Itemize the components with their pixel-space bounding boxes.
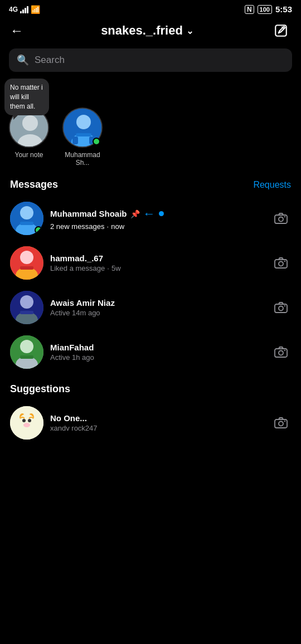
svg-point-15 [279, 217, 283, 222]
account-name: snakes._.fried [101, 23, 183, 38]
svg-point-16 [284, 216, 285, 217]
camera-button-fahad[interactable] [271, 342, 291, 362]
camera-icon-3 [274, 300, 288, 315]
edit-icon [274, 23, 288, 38]
svg-rect-34 [20, 355, 33, 359]
camera-button-awais[interactable] [271, 297, 291, 318]
msg-name-awais: Awais Amir Niaz [50, 298, 264, 308]
msg-name-fahad: MianFahad [50, 343, 264, 352]
search-container: 🔍 Search [0, 48, 301, 80]
svg-rect-27 [20, 311, 33, 314]
svg-point-47 [279, 422, 283, 426]
svg-point-43 [22, 419, 26, 422]
svg-point-2 [22, 115, 38, 131]
msg-sub-shoaib: 2 new messages · now [50, 222, 264, 231]
back-button[interactable]: ← [10, 23, 23, 38]
message-item-4[interactable]: MianFahad Active 1h ago [6, 330, 295, 374]
wifi-icon: 📶 [31, 5, 40, 14]
svg-point-23 [284, 261, 285, 262]
status-left: 4G 📶 [9, 5, 40, 14]
online-indicator [93, 138, 100, 145]
svg-point-45 [23, 423, 30, 427]
camera-icon [274, 211, 288, 226]
messages-section-header: Messages Requests [0, 175, 301, 196]
search-bar[interactable]: 🔍 Search [9, 48, 292, 72]
svg-point-32 [20, 340, 33, 353]
header-title-group[interactable]: snakes._.fried ⌄ [101, 23, 193, 38]
svg-point-36 [279, 351, 283, 355]
search-icon: 🔍 [17, 54, 29, 66]
camera-icon-4 [274, 345, 288, 359]
requests-link[interactable]: Requests [253, 180, 291, 190]
note-item-muhammad-sh[interactable]: Muhammad Sh... [60, 108, 105, 167]
header: ← snakes._.fried ⌄ [0, 16, 301, 48]
pin-icon: 📌 [130, 209, 140, 218]
svg-rect-8 [72, 136, 78, 144]
chevron-down-icon: ⌄ [186, 26, 193, 36]
msg-sub-noone: xandv rock247 [50, 424, 264, 432]
suggestion-item-1[interactable]: No One... xandv rock247 [10, 401, 291, 445]
signal-icon [20, 6, 28, 13]
hammad-avatar-figure [10, 246, 43, 280]
svg-point-30 [284, 305, 285, 306]
note-bubble-text: No matter i will kill them all. [10, 84, 43, 110]
svg-point-48 [284, 421, 285, 422]
camera-button-noone[interactable] [271, 413, 291, 433]
suggestions-section: Suggestions No One... [0, 374, 301, 450]
svg-rect-7 [76, 133, 91, 136]
muhammad-sh-label: Muhammad Sh... [60, 151, 105, 167]
msg-sub-awais: Active 14m ago [50, 309, 264, 317]
svg-point-29 [279, 306, 283, 311]
msg-info-noone: No One... xandv rock247 [50, 413, 264, 432]
msg-name-noone: No One... [50, 413, 264, 423]
msg-info-awais: Awais Amir Niaz Active 14m ago [50, 298, 264, 317]
note-item-your-note[interactable]: No matter i will kill them all. Your not… [9, 108, 49, 159]
fahad-avatar-figure [10, 335, 43, 369]
battery-level: 100 [260, 6, 270, 13]
awais-avatar-figure [10, 291, 43, 324]
msg-avatar-hammad [10, 246, 43, 280]
status-bar: 4G 📶 N 100 5:53 [0, 0, 301, 16]
suggestions-title: Suggestions [10, 383, 291, 395]
svg-point-18 [20, 251, 33, 264]
svg-rect-20 [20, 266, 33, 270]
your-note-label: Your note [15, 151, 43, 159]
svg-rect-13 [20, 222, 33, 225]
carrier-text: 4G [9, 6, 18, 13]
msg-name-hammad: hammad._.67 [50, 253, 264, 263]
svg-point-22 [279, 262, 283, 266]
msg-info-shoaib: Muhammad Shoaib 📌 ← 2 new messages · now [50, 207, 264, 231]
msg-info-fahad: MianFahad Active 1h ago [50, 343, 264, 362]
shoaib-online-dot [35, 226, 42, 234]
battery-icon: 100 [258, 5, 272, 14]
camera-icon-2 [274, 256, 288, 270]
svg-point-25 [20, 295, 33, 309]
msg-sub-hammad: Liked a message · 5w [50, 264, 264, 272]
note-bubble: No matter i will kill them all. [4, 79, 49, 115]
nfc-icon: N [245, 5, 254, 14]
unread-dot [159, 211, 164, 216]
message-item-1[interactable]: Muhammad Shoaib 📌 ← 2 new messages · now [6, 196, 295, 241]
status-right: N 100 5:53 [245, 4, 292, 14]
msg-name-shoaib: Muhammad Shoaib 📌 ← [50, 207, 264, 221]
camera-icon-5 [274, 416, 288, 430]
message-list: Muhammad Shoaib 📌 ← 2 new messages · now [0, 196, 301, 374]
svg-point-37 [284, 350, 285, 351]
msg-avatar-fahad [10, 335, 43, 369]
msg-info-hammad: hammad._.67 Liked a message · 5w [50, 253, 264, 272]
time-display: 5:53 [275, 4, 292, 14]
search-placeholder: Search [35, 55, 65, 66]
camera-button-shoaib[interactable] [271, 208, 291, 228]
message-item-3[interactable]: Awais Amir Niaz Active 14m ago [6, 285, 295, 330]
msg-avatar-awais [10, 291, 43, 324]
arrow-left-icon: ← [143, 207, 156, 221]
svg-point-5 [76, 115, 91, 129]
camera-button-hammad[interactable] [271, 253, 291, 273]
msg-sub-fahad: Active 1h ago [50, 353, 264, 362]
messages-title: Messages [10, 179, 58, 191]
msg-avatar-shoaib [10, 202, 43, 235]
svg-point-44 [28, 419, 31, 422]
svg-point-11 [20, 206, 33, 219]
message-item-2[interactable]: hammad._.67 Liked a message · 5w [6, 241, 295, 285]
edit-button[interactable] [271, 21, 291, 41]
